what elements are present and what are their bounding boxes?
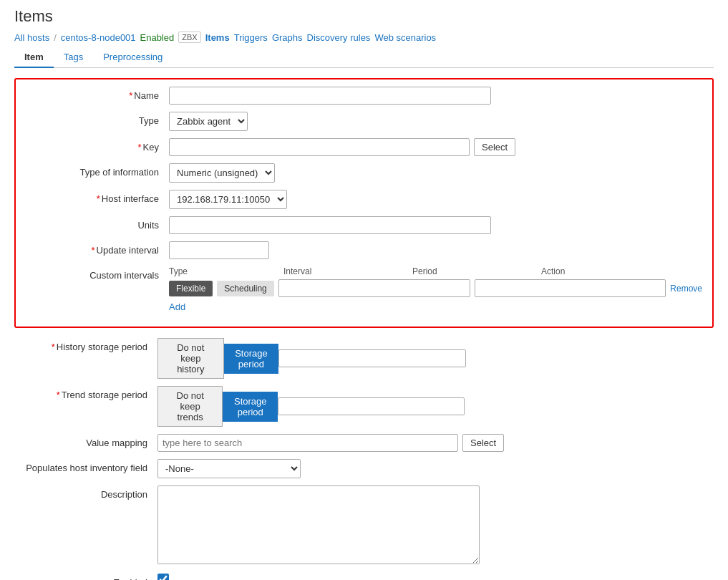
update-interval-input[interactable]: 1m <box>169 241 269 259</box>
custom-intervals-label: Custom intervals <box>26 266 169 281</box>
breadcrumb-host[interactable]: centos-8-node001 <box>61 32 136 43</box>
host-interface-row: *Host interface 192.168.179.11:10050 <box>26 190 702 209</box>
populates-row: Populates host inventory field -None- <box>14 459 714 478</box>
breadcrumb-sep1: / <box>54 32 57 43</box>
ci-header-interval: Interval <box>283 266 412 276</box>
description-label: Description <box>14 485 157 500</box>
history-row: *History storage period Do not keep hist… <box>14 338 714 379</box>
host-interface-label: *Host interface <box>26 190 169 204</box>
type-info-row: Type of information Numeric (unsigned) <box>26 163 702 183</box>
tab-navigation: Item Tags Preprocessing <box>14 47 714 68</box>
history-donotkeep-button[interactable]: Do not keep history <box>157 338 224 379</box>
ci-scheduling-button[interactable]: Scheduling <box>217 281 273 296</box>
update-interval-label: *Update interval <box>26 241 169 256</box>
ci-period-input[interactable]: 1-7,00:00-24:00 <box>475 279 666 297</box>
breadcrumb-enabled: Enabled <box>140 32 175 43</box>
ci-header-period: Period <box>412 266 541 276</box>
ci-interval-input[interactable]: 50s <box>278 279 470 297</box>
valuemapping-label: Value mapping <box>14 434 157 448</box>
name-label: *Name <box>26 87 169 101</box>
enabled-label: Enabled <box>14 574 157 580</box>
type-info-select[interactable]: Numeric (unsigned) <box>169 163 275 183</box>
ci-header: Type Interval Period Action <box>169 266 702 276</box>
breadcrumb-items[interactable]: Items <box>205 32 230 43</box>
ci-header-action: Action <box>541 266 702 276</box>
type-select[interactable]: Zabbix agent <box>169 112 248 131</box>
tab-preprocessing[interactable]: Preprocessing <box>93 47 173 68</box>
ci-flexible-button[interactable]: Flexible <box>169 281 213 296</box>
units-label: Units <box>26 216 169 231</box>
item-form-section: *Name checksum of /tmp/abc Type Zabbix a… <box>14 78 714 328</box>
units-row: Units <box>26 216 702 234</box>
history-storageperiod-button[interactable]: Storage period <box>224 344 279 374</box>
breadcrumb-allhosts[interactable]: All hosts <box>14 32 49 43</box>
populates-select[interactable]: -None- <box>157 459 301 478</box>
populates-label: Populates host inventory field <box>14 459 157 473</box>
breadcrumb-triggers[interactable]: Triggers <box>234 32 268 43</box>
breadcrumb: All hosts / centos-8-node001 Enabled ZBX… <box>14 32 714 43</box>
tab-item[interactable]: Item <box>14 47 54 68</box>
update-interval-row: *Update interval 1m <box>26 241 702 259</box>
name-row: *Name checksum of /tmp/abc <box>26 87 702 105</box>
key-input[interactable]: vfs.file.cksum[/tmp/abc] <box>169 138 470 156</box>
type-row: Type Zabbix agent <box>26 112 702 131</box>
breadcrumb-graphs[interactable]: Graphs <box>272 32 303 43</box>
breadcrumb-discovery[interactable]: Discovery rules <box>307 32 371 43</box>
custom-intervals-row: Custom intervals Type Interval Period Ac… <box>26 266 702 312</box>
type-label: Type <box>26 112 169 126</box>
ci-header-type: Type <box>169 266 283 276</box>
history-value-input[interactable]: 90d <box>278 349 466 367</box>
trend-storageperiod-button[interactable]: Storage period <box>223 392 278 422</box>
ci-row-1: Flexible Scheduling 50s 1-7,00:00-24:00 … <box>169 279 702 297</box>
page-title: Items <box>14 7 714 26</box>
key-select-button[interactable]: Select <box>474 138 515 156</box>
name-input[interactable]: checksum of /tmp/abc <box>169 87 491 105</box>
type-info-label: Type of information <box>26 163 169 178</box>
description-textarea[interactable] <box>157 485 480 564</box>
description-row: Description <box>14 485 714 566</box>
units-input[interactable] <box>169 216 491 234</box>
trend-value-input[interactable]: 365d <box>278 397 465 415</box>
tab-tags[interactable]: Tags <box>54 47 93 68</box>
enabled-row: Enabled <box>14 574 714 580</box>
valuemapping-input[interactable] <box>157 434 458 452</box>
key-label: *Key <box>26 138 169 153</box>
trend-row: *Trend storage period Do not keep trends… <box>14 386 714 427</box>
valuemapping-row: Value mapping Select <box>14 434 714 452</box>
enabled-checkbox[interactable] <box>157 574 169 580</box>
breadcrumb-web[interactable]: Web scenarios <box>374 32 436 43</box>
host-interface-select[interactable]: 192.168.179.11:10050 <box>169 190 287 209</box>
ci-add-link[interactable]: Add <box>169 301 185 312</box>
valuemapping-select-button[interactable]: Select <box>462 434 504 452</box>
ci-remove-link[interactable]: Remove <box>670 284 702 294</box>
key-row: *Key vfs.file.cksum[/tmp/abc] Select <box>26 138 702 156</box>
trend-donotkeep-button[interactable]: Do not keep trends <box>157 386 223 427</box>
breadcrumb-zbx: ZBX <box>178 32 200 43</box>
